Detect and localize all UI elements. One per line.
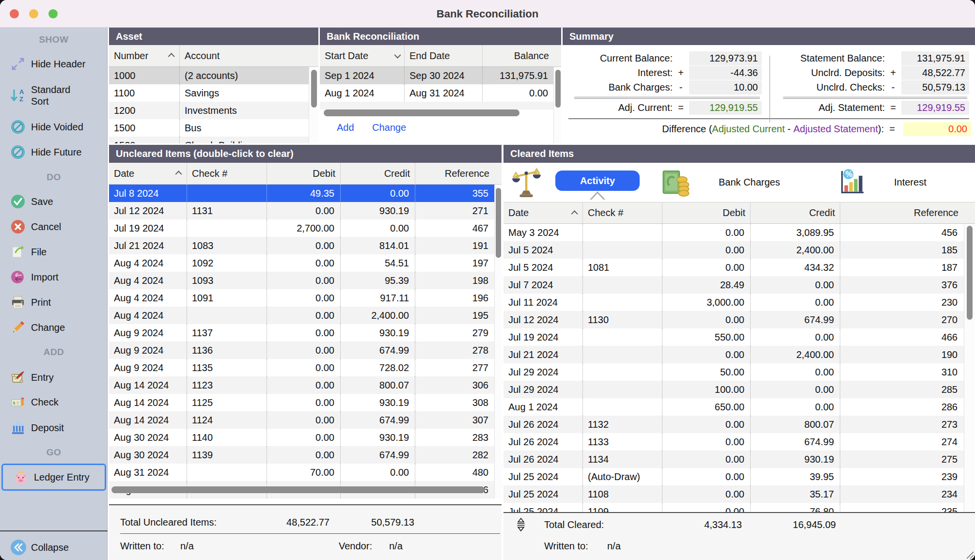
sidebar-item-import[interactable]: Import: [0, 264, 108, 290]
cleared-vertical-scrollbar[interactable]: [964, 224, 975, 512]
cell: Aug 1 2024: [320, 84, 404, 102]
table-row[interactable]: Aug 1 2024650.000.00286: [503, 398, 975, 416]
cell: 278: [415, 342, 494, 359]
table-row[interactable]: Aug 30 202411390.00674.99282: [109, 446, 502, 464]
table-row[interactable]: Aug 30 202411400.00930.19283: [109, 429, 502, 446]
sidebar-item-ledger-entry[interactable]: Ledger Entry: [1, 464, 106, 491]
column-header-date[interactable]: Date: [109, 163, 187, 184]
table-row[interactable]: Jul 8 202449.350.00355: [109, 185, 502, 202]
sidebar-item-deposit[interactable]: Deposit: [0, 415, 108, 440]
uncleared-table: DateCheck #DebitCreditReference Jul 8 20…: [109, 163, 502, 504]
column-header-credit[interactable]: Credit: [340, 163, 415, 184]
sidebar-item-change[interactable]: Change: [0, 315, 108, 340]
column-header-debit[interactable]: Debit: [267, 163, 340, 184]
sidebar-item-print[interactable]: Print: [0, 290, 108, 315]
cell: 0.00: [750, 294, 840, 311]
table-row[interactable]: Jul 25 2024(Auto-Draw)0.0039.95239: [503, 468, 975, 485]
summary-divider: [770, 56, 770, 123]
table-row[interactable]: Aug 4 202410920.0054.51197: [109, 254, 502, 272]
scrollbar-thumb[interactable]: [967, 226, 973, 320]
table-row[interactable]: Aug 4 20240.002,400.00195: [109, 307, 502, 324]
table-row[interactable]: Aug 1 2024Aug 31 20240.00: [320, 84, 561, 102]
table-row[interactable]: Jul 12 202411300.00674.99270: [503, 311, 975, 328]
table-row[interactable]: Aug 4 202410910.00917.11196: [109, 289, 502, 307]
table-row[interactable]: Jul 26 202411330.00674.99274: [503, 433, 975, 451]
resize-grip[interactable]: [964, 549, 974, 559]
table-row[interactable]: 1000(2 accounts): [109, 67, 318, 84]
table-row[interactable]: Aug 9 202411370.00930.19279: [109, 324, 502, 342]
table-row[interactable]: Jul 25 202411080.0035.17234: [503, 485, 975, 503]
table-row[interactable]: Aug 9 202411350.00728.02277: [109, 359, 502, 376]
tab-activity[interactable]: Activity: [555, 171, 640, 191]
sidebar-item-check[interactable]: $ Check: [0, 389, 108, 415]
table-row[interactable]: Jul 5 20240.002,400.00185: [503, 241, 975, 259]
sidebar-item-save[interactable]: Save: [0, 189, 108, 214]
table-row[interactable]: Sep 1 2024Sep 30 2024131,975.91: [320, 67, 561, 84]
sidebar-item-cancel[interactable]: Cancel: [0, 214, 108, 239]
table-row[interactable]: Jul 29 2024100.000.00285: [503, 381, 975, 398]
cell: 0.00: [267, 324, 340, 342]
change-link[interactable]: Change: [372, 122, 406, 133]
sidebar-item-label: File: [31, 246, 47, 258]
tab-interest[interactable]: Interest: [894, 163, 927, 202]
sidebar-item-hide-header[interactable]: Hide Header: [0, 51, 108, 77]
sidebar-item-hide-voided[interactable]: Hide Voided: [0, 114, 108, 140]
sidebar-item-file[interactable]: File: [0, 239, 108, 264]
column-header-account[interactable]: Account: [179, 45, 309, 66]
column-header-balance[interactable]: Balance: [482, 45, 554, 66]
table-row[interactable]: Jul 21 202410830.00814.01191: [109, 237, 502, 254]
table-row[interactable]: Jul 7 202428.490.00376: [503, 276, 975, 294]
table-row[interactable]: Jul 19 2024550.000.00466: [503, 328, 975, 346]
br-vertical-scrollbar[interactable]: [553, 67, 561, 143]
uncleared-horizontal-scrollbar-thumb[interactable]: [111, 486, 485, 493]
column-header-debit[interactable]: Debit: [662, 202, 750, 223]
table-row[interactable]: 1520Church Building: [109, 137, 318, 143]
table-row[interactable]: 1500Bus: [109, 119, 318, 137]
table-row[interactable]: Jul 25 202411090.0076.80235: [503, 503, 975, 512]
asset-vertical-scrollbar[interactable]: [309, 67, 318, 143]
br-horizontal-scrollbar-thumb[interactable]: [324, 109, 519, 116]
column-header-number[interactable]: Number: [109, 45, 179, 66]
scrollbar-thumb[interactable]: [311, 70, 317, 108]
column-header-reference[interactable]: Reference: [415, 163, 494, 184]
tab-bank-charges[interactable]: Bank Charges: [719, 163, 780, 202]
table-row[interactable]: Jul 26 202411340.00930.19275: [503, 451, 975, 468]
uncleared-vertical-scrollbar[interactable]: [494, 185, 502, 498]
table-row[interactable]: Aug 14 202411240.00674.99307: [109, 411, 502, 429]
column-header-start-date[interactable]: Start Date: [320, 45, 404, 66]
sidebar-item-collapse[interactable]: Collapse: [0, 535, 108, 560]
table-row[interactable]: 1200Investments: [109, 102, 318, 119]
table-row[interactable]: Jul 29 202450.000.00310: [503, 363, 975, 381]
column-header-end-date[interactable]: End Date: [404, 45, 482, 66]
sidebar-item-standard-sort[interactable]: A Z Standard Sort: [0, 77, 108, 114]
table-row[interactable]: Jul 21 20240.002,400.00190: [503, 346, 975, 363]
table-row[interactable]: Aug 14 202411230.00800.07306: [109, 376, 502, 394]
add-link[interactable]: Add: [337, 122, 354, 133]
sidebar-item-entry[interactable]: Entry: [0, 365, 108, 390]
column-header-date[interactable]: Date: [503, 202, 582, 223]
table-row[interactable]: Jul 19 20242,700.000.00467: [109, 219, 502, 237]
cell: 35.17: [750, 485, 840, 503]
table-row[interactable]: Aug 14 202411250.00930.19308: [109, 394, 502, 411]
cell: 198: [415, 272, 494, 289]
cell: 674.99: [750, 311, 840, 328]
table-row[interactable]: Aug 31 202470.000.00480: [109, 464, 502, 481]
difference-label: Difference (: [662, 124, 712, 135]
column-header-check[interactable]: Check #: [187, 163, 267, 184]
scrollbar-thumb[interactable]: [555, 70, 561, 108]
sidebar-item-hide-future[interactable]: Hide Future: [0, 140, 108, 165]
table-row[interactable]: May 3 20240.003,089.95456: [503, 224, 975, 241]
scrollbar-thumb[interactable]: [496, 188, 501, 258]
column-header-reference[interactable]: Reference: [840, 202, 963, 223]
table-row[interactable]: Jul 11 20243,000.000.00230: [503, 294, 975, 311]
table-row[interactable]: Jul 5 202410810.00434.32187: [503, 259, 975, 276]
table-row[interactable]: Aug 4 202410930.0095.39198: [109, 272, 502, 289]
column-header-check[interactable]: Check #: [582, 202, 662, 223]
table-row[interactable]: Jul 12 202411310.00930.19271: [109, 202, 502, 219]
table-row[interactable]: Jul 26 202411320.00800.07273: [503, 416, 975, 433]
cell: Jul 29 2024: [503, 381, 582, 398]
table-row[interactable]: Aug 9 202411360.00674.99278: [109, 342, 502, 359]
column-header-credit[interactable]: Credit: [750, 202, 840, 223]
table-row[interactable]: 1100Savings: [109, 84, 318, 102]
cell: 1125: [187, 394, 267, 411]
